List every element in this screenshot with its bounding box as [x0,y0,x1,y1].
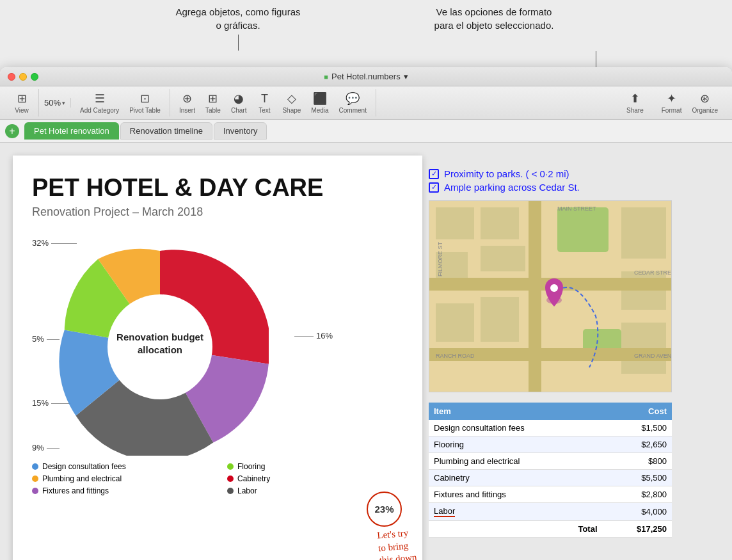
view-icon: ⊞ [17,92,27,106]
text-label: Text [259,107,270,114]
svg-rect-6 [436,207,474,239]
legend-dot-plumbing [32,476,38,482]
tab-renovation-timeline[interactable]: Renovation timeline [120,122,212,140]
tab-pet-hotel-renovation[interactable]: Pet Hotel renovation [24,122,119,140]
text-icon: T [261,92,268,106]
zoom-arrow-icon[interactable]: ▾ [62,100,65,106]
titlebar: ■ Pet Hotel.numbers ▾ [0,67,732,86]
fullscreen-button[interactable] [31,73,38,81]
table-total-row: Total $17,250 [429,521,672,538]
table-row: Cabinetry $5,500 [429,470,672,486]
table-row: Labor $4,000 [429,503,672,521]
chart-label: Chart [231,107,246,114]
svg-text:allocation: allocation [138,344,182,355]
document-subtitle: Renovation Project – March 2018 [32,205,403,219]
labor-underline: Labor [434,506,455,517]
pivot-table-button[interactable]: ⊡ Pivot Table [124,89,166,116]
table-row: Flooring $2,650 [429,436,672,453]
zoom-group: 50% ▾ [39,98,71,108]
chart-button[interactable]: ◕ Chart [226,89,251,116]
tab-inventory[interactable]: Inventory [214,122,267,140]
table-header-cost: Cost [603,403,672,420]
add-category-button[interactable]: ☰ Add Category [75,89,124,116]
svg-text:RANCH ROAD: RANCH ROAD [436,353,475,359]
handwrite-annotation: Let's tryto bringthis down [377,526,418,560]
svg-text:Renovation budget: Renovation budget [116,332,203,342]
text-button[interactable]: T Text [251,90,277,116]
tabbar: + Pet Hotel renovation Renovation timeli… [0,120,732,143]
toolbar: ⊞ View 50% ▾ ☰ Add Category ⊡ Pivot Tabl… [0,86,732,120]
organize-icon: ⊛ [700,92,710,106]
view-button[interactable]: ⊞ View [9,89,35,116]
table-button[interactable]: ⊞ Table [200,89,226,116]
svg-rect-7 [481,207,519,239]
comment-button[interactable]: 💬 Comment [334,89,372,116]
donut-svg: Renovation budget allocation [51,238,269,456]
shape-icon: ◇ [287,92,296,106]
checkbox-1[interactable]: ✓ [429,169,439,179]
check-item-2: ✓ Ample parking across Cedar St. [429,182,672,193]
format-label: Format [662,107,682,114]
table-icon: ⊞ [208,92,218,106]
title-caret[interactable]: ▾ [404,72,408,81]
add-category-icon: ☰ [95,92,105,106]
svg-rect-4 [557,207,609,252]
tooltip-right: Ve las opciones de formato para el objet… [430,5,558,32]
doc-icon: ■ [324,73,328,81]
share-button[interactable]: ⬆ Share [621,89,649,116]
canvas: PET HOTEL & DAY CARE Renovation Project … [0,143,732,560]
table-row: Design consultation fees $1,500 [429,420,672,436]
toolbar-group-format: ✦ Format ⊛ Organize [653,89,727,116]
shape-button[interactable]: ◇ Shape [277,89,306,116]
check-item-1: ✓ Proximity to parks. ( < 0·2 mi) [429,168,672,179]
pivot-table-label: Pivot Table [129,107,161,114]
view-label: View [15,107,29,114]
legend-item: Plumbing and electrical [32,474,208,483]
annotation-23pct: 23% [367,492,402,527]
checklist: ✓ Proximity to parks. ( < 0·2 mi) ✓ Ampl… [429,168,672,193]
svg-text:MAIN STREET: MAIN STREET [557,205,596,212]
traffic-lights [8,73,38,81]
table-row: Plumbing and electrical $800 [429,453,672,470]
legend-item: Cabinetry [227,474,403,483]
organize-button[interactable]: ⊛ Organize [687,89,723,116]
insert-icon: ⊕ [182,92,192,106]
checkbox-2[interactable]: ✓ [429,182,439,193]
svg-point-24 [550,284,558,292]
zoom-value: 50% [44,98,61,108]
table-header-item: Item [429,403,603,420]
tooltip-left: Agrega objetos, como figuras o gráficas. [174,5,302,32]
pivot-table-icon: ⊡ [140,92,150,106]
chart-pct-16: 16% [294,331,333,340]
document-page: PET HOTEL & DAY CARE Renovation Project … [13,156,422,560]
add-category-label: Add Category [80,107,119,114]
add-sheet-button[interactable]: + [5,124,19,138]
window-title: ■ Pet Hotel.numbers ▾ [324,72,408,81]
svg-rect-11 [481,297,519,342]
table-row: Fixtures and fittings $2,800 [429,486,672,503]
tooltip-area: Agrega objetos, como figuras o gráficas.… [0,0,732,67]
legend-dot-labor [227,488,234,494]
svg-rect-9 [481,246,525,271]
title-text: Pet Hotel.numbers [331,72,401,81]
share-label: Share [626,107,644,114]
map-svg: FILMORE ST MAIN STREET CEDAR STREET RANC… [429,201,672,392]
donut-chart: 32% 5% 15% 9% 16% [32,232,301,475]
right-panel: ✓ Proximity to parks. ( < 0·2 mi) ✓ Ampl… [429,168,672,538]
minimize-button[interactable] [19,73,27,81]
legend-dot-cabinetry [227,476,234,482]
share-icon: ⬆ [630,92,640,106]
document-title: PET HOTEL & DAY CARE [32,175,403,202]
table-label: Table [205,107,221,114]
media-button[interactable]: ⬛ Media [306,89,333,116]
format-button[interactable]: ✦ Format [656,89,687,116]
svg-rect-10 [436,303,474,342]
main-content: PET HOTEL & DAY CARE Renovation Project … [0,143,732,560]
svg-rect-15 [529,201,541,392]
insert-button[interactable]: ⊕ Insert [174,89,200,116]
svg-text:CEDAR STREET: CEDAR STREET [634,269,672,276]
toolbar-group-view: ⊞ View [5,89,39,116]
close-button[interactable] [8,73,15,81]
svg-text:FILMORE ST: FILMORE ST [437,241,443,276]
data-table: Item Cost Design consultation fees $1,50… [429,403,672,538]
